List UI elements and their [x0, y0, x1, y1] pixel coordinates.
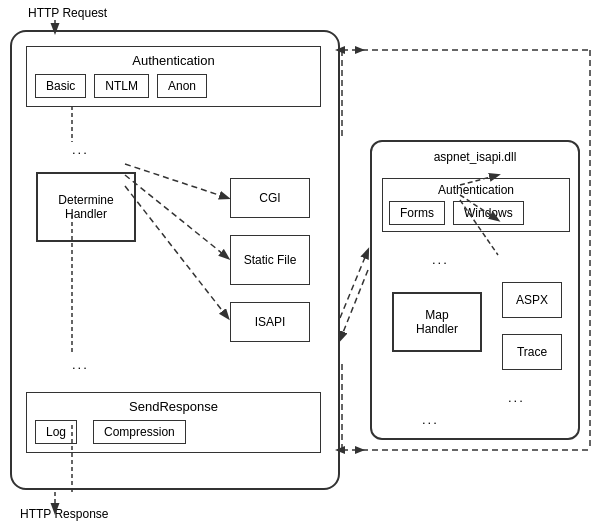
- auth-ntlm: NTLM: [94, 74, 149, 98]
- aspx-box: ASPX: [502, 282, 562, 318]
- svg-marker-17: [355, 446, 365, 454]
- isapi-box: ISAPI: [230, 302, 310, 342]
- aspnet-auth-label: Authentication: [389, 183, 563, 197]
- aspnet-auth-group: Authentication Forms Windows: [382, 178, 570, 232]
- aspnet-dots-1: ...: [432, 252, 449, 267]
- windows-box: Windows: [453, 201, 524, 225]
- aspnet-title: aspnet_isapi.dll: [372, 142, 578, 164]
- cgi-box: CGI: [230, 178, 310, 218]
- cgi-label: CGI: [259, 191, 280, 205]
- map-handler-box: MapHandler: [392, 292, 482, 352]
- diagram-container: HTTP Request HTTP Response Authenticatio…: [0, 0, 599, 527]
- dots-2: ...: [72, 357, 89, 372]
- aspnet-dots-3: ...: [422, 412, 439, 427]
- auth-group-label: Authentication: [35, 53, 312, 68]
- http-request-label: HTTP Request: [28, 6, 107, 20]
- http-response-label: HTTP Response: [20, 507, 108, 521]
- log-box: Log: [35, 420, 77, 444]
- trace-label: Trace: [517, 345, 547, 359]
- aspnet-box: aspnet_isapi.dll Authentication Forms Wi…: [370, 140, 580, 440]
- static-file-label: Static File: [244, 253, 297, 267]
- send-response-label: SendResponse: [35, 399, 312, 414]
- map-handler-label: MapHandler: [416, 308, 458, 336]
- forms-box: Forms: [389, 201, 445, 225]
- auth-items: Basic NTLM Anon: [35, 74, 312, 98]
- send-response-items: Log Compression: [35, 420, 312, 444]
- determine-handler-box: DetermineHandler: [36, 172, 136, 242]
- trace-box: Trace: [502, 334, 562, 370]
- auth-anon: Anon: [157, 74, 207, 98]
- aspx-label: ASPX: [516, 293, 548, 307]
- aspnet-auth-items: Forms Windows: [389, 201, 563, 225]
- isapi-label: ISAPI: [255, 315, 286, 329]
- svg-line-9: [340, 270, 368, 340]
- determine-handler-label: DetermineHandler: [58, 193, 113, 221]
- svg-line-8: [340, 250, 368, 318]
- auth-basic: Basic: [35, 74, 86, 98]
- compression-box: Compression: [93, 420, 186, 444]
- send-response-group: SendResponse Log Compression: [26, 392, 321, 453]
- dots-1: ...: [72, 142, 89, 157]
- static-file-box: Static File: [230, 235, 310, 285]
- aspnet-dots-2: ...: [508, 390, 525, 405]
- svg-marker-15: [355, 46, 365, 54]
- auth-group: Authentication Basic NTLM Anon: [26, 46, 321, 107]
